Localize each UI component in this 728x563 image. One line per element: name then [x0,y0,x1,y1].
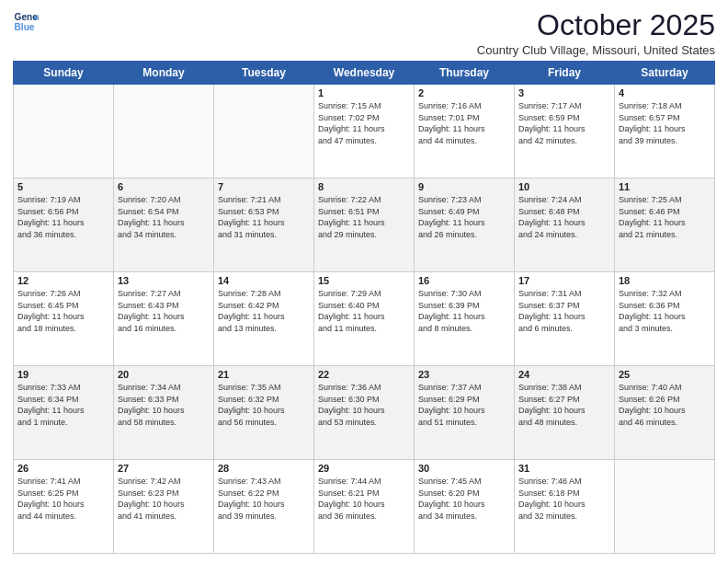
day-info: Sunrise: 7:34 AM Sunset: 6:33 PM Dayligh… [118,382,210,428]
table-row: 5Sunrise: 7:19 AM Sunset: 6:56 PM Daylig… [14,178,114,272]
day-info: Sunrise: 7:42 AM Sunset: 6:23 PM Dayligh… [118,476,210,522]
col-sunday: Sunday [14,62,114,85]
day-info: Sunrise: 7:31 AM Sunset: 6:37 PM Dayligh… [518,288,610,334]
svg-text:Blue: Blue [15,22,35,32]
day-number: 27 [118,463,210,474]
day-number: 4 [619,87,711,98]
day-info: Sunrise: 7:18 AM Sunset: 6:57 PM Dayligh… [619,100,711,146]
table-row: 21Sunrise: 7:35 AM Sunset: 6:32 PM Dayli… [214,366,314,460]
table-row [114,85,214,178]
day-info: Sunrise: 7:46 AM Sunset: 6:18 PM Dayligh… [518,476,610,522]
header: General Blue October 2025 Country Club V… [13,9,715,57]
day-info: Sunrise: 7:37 AM Sunset: 6:29 PM Dayligh… [418,382,510,428]
day-info: Sunrise: 7:36 AM Sunset: 6:30 PM Dayligh… [318,382,410,428]
calendar-week-row: 5Sunrise: 7:19 AM Sunset: 6:56 PM Daylig… [14,178,715,272]
table-row: 10Sunrise: 7:24 AM Sunset: 6:48 PM Dayli… [515,178,615,272]
day-number: 17 [518,275,610,286]
day-number: 8 [318,181,410,192]
day-number: 19 [17,369,109,380]
table-row: 7Sunrise: 7:21 AM Sunset: 6:53 PM Daylig… [214,178,314,272]
day-info: Sunrise: 7:24 AM Sunset: 6:48 PM Dayligh… [518,194,610,240]
page: General Blue October 2025 Country Club V… [0,0,728,563]
subtitle: Country Club Village, Missouri, United S… [477,43,715,57]
day-info: Sunrise: 7:25 AM Sunset: 6:46 PM Dayligh… [619,194,711,240]
day-info: Sunrise: 7:21 AM Sunset: 6:53 PM Dayligh… [218,194,310,240]
table-row: 13Sunrise: 7:27 AM Sunset: 6:43 PM Dayli… [114,272,214,366]
day-info: Sunrise: 7:45 AM Sunset: 6:20 PM Dayligh… [418,476,510,522]
table-row [14,85,114,178]
day-info: Sunrise: 7:29 AM Sunset: 6:40 PM Dayligh… [318,288,410,334]
day-number: 15 [318,275,410,286]
col-monday: Monday [114,62,214,85]
table-row: 16Sunrise: 7:30 AM Sunset: 6:39 PM Dayli… [415,272,515,366]
day-number: 20 [118,369,210,380]
table-row [214,85,314,178]
day-info: Sunrise: 7:44 AM Sunset: 6:21 PM Dayligh… [318,476,410,522]
day-number: 26 [17,463,109,474]
day-info: Sunrise: 7:23 AM Sunset: 6:49 PM Dayligh… [418,194,510,240]
day-number: 22 [318,369,410,380]
day-info: Sunrise: 7:16 AM Sunset: 7:01 PM Dayligh… [418,100,510,146]
table-row: 22Sunrise: 7:36 AM Sunset: 6:30 PM Dayli… [314,366,415,460]
calendar-week-row: 1Sunrise: 7:15 AM Sunset: 7:02 PM Daylig… [14,85,715,178]
day-info: Sunrise: 7:26 AM Sunset: 6:45 PM Dayligh… [17,288,109,334]
table-row: 25Sunrise: 7:40 AM Sunset: 6:26 PM Dayli… [615,366,715,460]
day-info: Sunrise: 7:32 AM Sunset: 6:36 PM Dayligh… [619,288,711,334]
table-row: 15Sunrise: 7:29 AM Sunset: 6:40 PM Dayli… [314,272,415,366]
day-number: 29 [318,463,410,474]
day-number: 25 [619,369,711,380]
table-row: 20Sunrise: 7:34 AM Sunset: 6:33 PM Dayli… [114,366,214,460]
day-info: Sunrise: 7:35 AM Sunset: 6:32 PM Dayligh… [218,382,310,428]
table-row: 27Sunrise: 7:42 AM Sunset: 6:23 PM Dayli… [114,460,214,554]
day-number: 30 [418,463,510,474]
calendar-header-row: Sunday Monday Tuesday Wednesday Thursday… [14,62,715,85]
day-number: 14 [218,275,310,286]
table-row: 30Sunrise: 7:45 AM Sunset: 6:20 PM Dayli… [415,460,515,554]
table-row: 31Sunrise: 7:46 AM Sunset: 6:18 PM Dayli… [515,460,615,554]
col-saturday: Saturday [615,62,715,85]
col-friday: Friday [515,62,615,85]
table-row: 19Sunrise: 7:33 AM Sunset: 6:34 PM Dayli… [14,366,114,460]
day-info: Sunrise: 7:33 AM Sunset: 6:34 PM Dayligh… [17,382,109,428]
day-number: 18 [619,275,711,286]
day-number: 1 [318,87,410,98]
day-info: Sunrise: 7:20 AM Sunset: 6:54 PM Dayligh… [118,194,210,240]
table-row: 8Sunrise: 7:22 AM Sunset: 6:51 PM Daylig… [314,178,415,272]
table-row: 11Sunrise: 7:25 AM Sunset: 6:46 PM Dayli… [615,178,715,272]
day-number: 2 [418,87,510,98]
day-number: 6 [118,181,210,192]
day-number: 13 [118,275,210,286]
table-row: 23Sunrise: 7:37 AM Sunset: 6:29 PM Dayli… [415,366,515,460]
day-number: 3 [518,87,610,98]
day-number: 7 [218,181,310,192]
table-row: 2Sunrise: 7:16 AM Sunset: 7:01 PM Daylig… [415,85,515,178]
day-info: Sunrise: 7:40 AM Sunset: 6:26 PM Dayligh… [619,382,711,428]
table-row: 18Sunrise: 7:32 AM Sunset: 6:36 PM Dayli… [615,272,715,366]
day-number: 24 [518,369,610,380]
logo: General Blue [13,9,39,35]
table-row: 24Sunrise: 7:38 AM Sunset: 6:27 PM Dayli… [515,366,615,460]
day-number: 5 [17,181,109,192]
day-info: Sunrise: 7:22 AM Sunset: 6:51 PM Dayligh… [318,194,410,240]
calendar-week-row: 12Sunrise: 7:26 AM Sunset: 6:45 PM Dayli… [14,272,715,366]
table-row [615,460,715,554]
day-info: Sunrise: 7:28 AM Sunset: 6:42 PM Dayligh… [218,288,310,334]
day-info: Sunrise: 7:30 AM Sunset: 6:39 PM Dayligh… [418,288,510,334]
table-row: 1Sunrise: 7:15 AM Sunset: 7:02 PM Daylig… [314,85,415,178]
calendar-week-row: 26Sunrise: 7:41 AM Sunset: 6:25 PM Dayli… [14,460,715,554]
day-number: 28 [218,463,310,474]
day-info: Sunrise: 7:38 AM Sunset: 6:27 PM Dayligh… [518,382,610,428]
day-number: 11 [619,181,711,192]
table-row: 12Sunrise: 7:26 AM Sunset: 6:45 PM Dayli… [14,272,114,366]
table-row: 26Sunrise: 7:41 AM Sunset: 6:25 PM Dayli… [14,460,114,554]
day-number: 31 [518,463,610,474]
table-row: 28Sunrise: 7:43 AM Sunset: 6:22 PM Dayli… [214,460,314,554]
title-block: October 2025 Country Club Village, Misso… [477,9,715,57]
day-info: Sunrise: 7:15 AM Sunset: 7:02 PM Dayligh… [318,100,410,146]
day-number: 10 [518,181,610,192]
day-info: Sunrise: 7:19 AM Sunset: 6:56 PM Dayligh… [17,194,109,240]
day-number: 23 [418,369,510,380]
logo-icon: General Blue [13,9,39,35]
table-row: 14Sunrise: 7:28 AM Sunset: 6:42 PM Dayli… [214,272,314,366]
day-number: 16 [418,275,510,286]
